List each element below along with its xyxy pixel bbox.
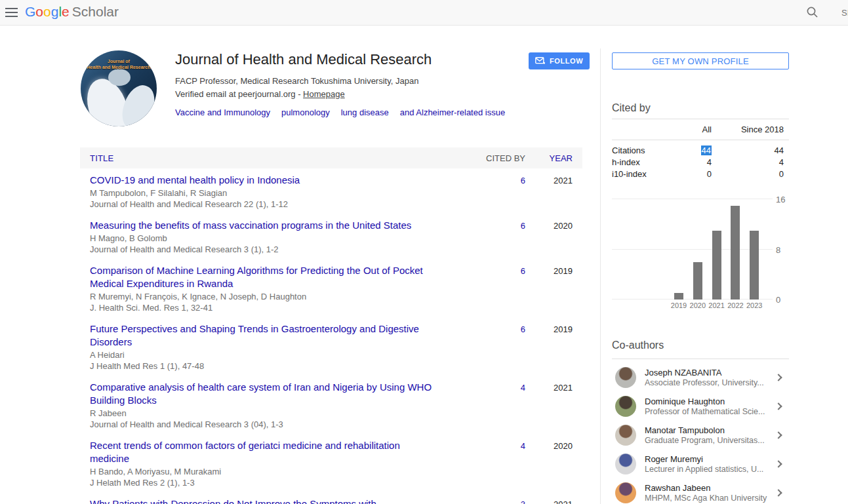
coauthor-text: Dominique HaughtonProfessor of Mathemati… [645, 397, 776, 416]
publication-main: Why Patients with Depression do Not Impr… [80, 497, 453, 504]
sort-by-title-header[interactable]: TITLE [80, 153, 453, 163]
coauthor-row[interactable]: Dominique HaughtonProfessor of Mathemati… [612, 392, 789, 421]
divider [612, 140, 789, 140]
publication-cited-count-link[interactable]: 6 [453, 264, 525, 313]
publication-authors: R Muremyi, N François, K Ignace, N Josep… [90, 292, 436, 301]
divider [612, 359, 789, 359]
chart-bar-2023[interactable] [750, 231, 759, 300]
content-sidebar-divider [600, 48, 601, 504]
profile-verified-email: Verified email at peerjournal.org - Home… [175, 89, 523, 99]
publication-year: 2020 [525, 219, 582, 254]
chevron-right-icon [775, 431, 782, 438]
chevron-right-icon [775, 489, 782, 496]
stats-spacer [612, 125, 672, 134]
google-logo-letter: o [35, 4, 43, 19]
google-scholar-logo[interactable]: GoogleScholar [25, 4, 119, 20]
stat-value-since: 4 [712, 157, 789, 167]
menu-icon[interactable] [5, 8, 18, 17]
avatar-figure-shape [108, 69, 131, 86]
citations-per-year-chart: 081620192020202120222023 [612, 199, 789, 317]
search-icon[interactable] [806, 6, 819, 19]
menu-bar [5, 8, 18, 9]
publication-year: 2019 [525, 264, 582, 313]
coauthors-heading: Co-authors [612, 339, 664, 351]
publication-title-link[interactable]: Comparative analysis of health care syst… [90, 381, 436, 407]
chevron-right-icon [775, 374, 782, 381]
publication-title-link[interactable]: Comparison of Machine Learning Algorithm… [90, 264, 436, 290]
coauthor-avatar [615, 396, 636, 417]
interest-tag[interactable]: pulmonology [281, 107, 330, 117]
sort-by-year-header[interactable]: YEAR [525, 153, 582, 163]
coauthor-row[interactable]: Rawshan JabeenMHPM, MSc Aga Khan Univers… [612, 478, 789, 504]
coauthor-text: Manotar TampubolonGraduate Program, Univ… [645, 425, 776, 445]
publication-authors: M Tampubolon, F Silalahi, R Siagian [90, 188, 436, 198]
publication-cited-count-link[interactable]: 6 [453, 322, 525, 371]
stat-label: Citations [612, 145, 672, 155]
stat-label: h-index [612, 157, 672, 167]
google-logo-text: Google [25, 4, 70, 19]
stat-value-since: 44 [712, 145, 789, 155]
publication-cited-count-link[interactable]: 4 [453, 381, 525, 429]
chart-ytick-label: 0 [776, 295, 789, 305]
menu-bar [5, 12, 18, 13]
publication-title-link[interactable]: Measuring the benefits of mass vaccinati… [90, 219, 436, 232]
avatar-caption-line1: Journal of [81, 58, 157, 64]
follow-button-label: FOLLOW [550, 57, 583, 65]
publication-venue: J. Health Sci. Med. Res 1, 32-41 [90, 303, 436, 313]
coauthor-text: Joseph NZABANITAAssociate Professor, Uni… [645, 368, 776, 387]
publication-row: Comparison of Machine Learning Algorithm… [80, 259, 582, 317]
stat-value-all: 4 [672, 157, 712, 167]
coauthor-name: Manotar Tampubolon [645, 425, 776, 435]
publication-authors: H Magno, B Golomb [90, 233, 436, 243]
stat-value-all: 44 [672, 145, 712, 155]
chart-bar-2022[interactable] [731, 206, 740, 300]
sign-in-link[interactable]: SIGN IN [841, 8, 848, 18]
chevron-right-icon [775, 460, 782, 467]
coauthor-name: Roger Muremyi [645, 454, 776, 464]
publication-year: 2020 [525, 439, 582, 488]
publication-cited-count-link[interactable]: 3 [453, 497, 525, 504]
publication-title-link[interactable]: COVID-19 and mental health policy in Ind… [90, 174, 436, 187]
coauthor-row[interactable]: Manotar TampubolonGraduate Program, Univ… [612, 421, 789, 450]
coauthor-avatar [615, 482, 636, 503]
stat-value-since: 0 [712, 169, 789, 179]
chevron-right-icon [775, 402, 782, 410]
publication-row: COVID-19 and mental health policy in Ind… [80, 168, 582, 214]
chart-xtick-label: 2022 [727, 301, 743, 309]
publication-year: 2021 [525, 497, 582, 504]
get-my-own-profile-button[interactable]: GET MY OWN PROFILE [612, 52, 789, 69]
coauthor-description: Associate Professor, University... [645, 378, 776, 387]
profile-avatar[interactable]: Journal of Health and Medical Research [81, 50, 157, 126]
interest-tag[interactable]: and Alzheimer-related issue [400, 107, 505, 117]
publications-rows: COVID-19 and mental health policy in Ind… [80, 168, 582, 504]
chart-plot-area [612, 199, 773, 300]
scholar-profile-page: GoogleScholar SIGN IN Journal of Health … [0, 0, 848, 504]
google-logo-letter: G [25, 4, 35, 19]
publication-cited-count-link[interactable]: 6 [453, 174, 525, 209]
publication-venue: J Helath Med Res 2 (1), 1-3 [90, 478, 436, 488]
coauthor-name: Dominique Haughton [645, 397, 776, 406]
coauthor-row[interactable]: Joseph NZABANITAAssociate Professor, Uni… [612, 363, 789, 392]
interest-tag[interactable]: lung disease [341, 107, 389, 117]
stats-col-all: All [672, 125, 712, 134]
coauthor-text: Rawshan JabeenMHPM, MSc Aga Khan Univers… [645, 483, 776, 503]
envelope-plus-icon [535, 57, 545, 65]
publication-venue: Journal of Health and Medical Research 2… [90, 199, 436, 209]
publication-title-link[interactable]: Future Perspectives and Shaping Trends i… [90, 322, 436, 349]
citation-stats-rows: Citations4444h-index44i10-index00 [612, 144, 789, 180]
publication-title-link[interactable]: Recent trends of common factors of geria… [90, 439, 436, 465]
chart-bar-2021[interactable] [712, 231, 721, 300]
publication-main: Measuring the benefits of mass vaccinati… [80, 219, 453, 254]
coauthor-avatar [615, 367, 636, 388]
publication-title-link[interactable]: Why Patients with Depression do Not Impr… [90, 497, 436, 504]
coauthor-row[interactable]: Roger MuremyiLecturer in Applied statist… [612, 450, 789, 478]
interest-tag[interactable]: Vaccine and Immunology [175, 107, 270, 117]
publication-cited-count-link[interactable]: 6 [453, 219, 525, 254]
chart-bar-2019[interactable] [674, 293, 683, 300]
publication-authors: H Bando, A Moriyasu, M Murakami [90, 467, 436, 476]
chart-bar-2020[interactable] [693, 262, 702, 300]
publication-main: Recent trends of common factors of geria… [80, 439, 453, 488]
publication-cited-count-link[interactable]: 4 [453, 439, 525, 488]
homepage-link[interactable]: Homepage [303, 89, 345, 99]
follow-button[interactable]: FOLLOW [529, 52, 590, 69]
